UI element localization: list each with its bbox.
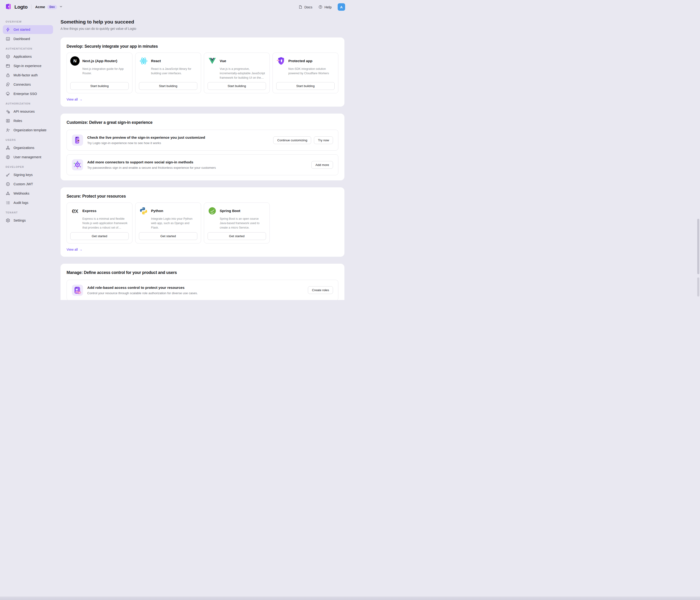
sidebar-section-authentication: AUTHENTICATION xyxy=(3,47,53,50)
sidebar-item-label: Organizations xyxy=(14,146,34,150)
sidebar-item-roles[interactable]: Roles xyxy=(3,116,53,125)
logto-logo-icon xyxy=(5,3,12,11)
sidebar-item-settings[interactable]: Settings xyxy=(3,216,53,225)
seal-plus-icon xyxy=(6,182,10,186)
guide-card-description: React is a JavaScript library for buildi… xyxy=(151,67,197,80)
guide-card-description: Next.js integration guide for App Router… xyxy=(82,67,129,80)
sidebar-item-webhooks[interactable]: Webhooks xyxy=(3,189,53,198)
rbac-row: Add role-based access control to protect… xyxy=(67,280,339,300)
page-subtitle: A few things you can do to quickly get v… xyxy=(60,27,344,30)
add-connectors-title: Add more connectors to support more soci… xyxy=(87,160,307,164)
sidebar-item-label: Audit logs xyxy=(14,201,28,205)
start-building-button[interactable]: Start building xyxy=(70,82,129,90)
section-secure: Secure: Protect your resources ex Expres… xyxy=(60,188,344,256)
develop-view-all-link[interactable]: View all → xyxy=(67,98,82,101)
nextjs-icon: N xyxy=(70,56,80,66)
start-building-button[interactable]: Start building xyxy=(276,82,335,90)
sidebar-item-user-management[interactable]: User management xyxy=(3,153,53,161)
guide-card-spring-boot: Spring Boot Spring Boot is an open sourc… xyxy=(204,202,270,243)
sidebar-item-signing-keys[interactable]: Signing keys xyxy=(3,170,53,179)
sidebar-item-label: Enterprise SSO xyxy=(14,92,37,96)
view-all-label: View all xyxy=(67,98,78,101)
rbac-title: Add role-based access control to protect… xyxy=(87,285,304,290)
get-started-button[interactable]: Get started xyxy=(139,232,197,240)
sidebar-item-custom-jwt[interactable]: Custom JWT xyxy=(3,180,53,189)
gear-icon xyxy=(6,218,10,223)
guide-card-title: Vue xyxy=(220,59,226,63)
create-roles-button[interactable]: Create roles xyxy=(308,286,333,294)
logto-logo[interactable]: Logto xyxy=(5,3,27,11)
help-button[interactable]: Help xyxy=(318,5,332,9)
org-chart-icon xyxy=(6,146,10,150)
sidebar-item-api-resources[interactable]: API resources xyxy=(3,107,53,116)
document-icon xyxy=(298,5,302,9)
webhook-icon xyxy=(6,191,10,196)
help-circle-icon xyxy=(318,5,323,9)
rbac-subtitle: Control your resource through scalable r… xyxy=(87,292,304,295)
user-avatar[interactable]: A xyxy=(338,3,345,11)
sidebar-item-applications[interactable]: Applications xyxy=(3,52,53,61)
arrow-right-icon: → xyxy=(79,98,82,101)
sidebar-item-label: Multi-factor auth xyxy=(14,73,38,77)
python-icon xyxy=(139,206,148,216)
shield-arrow-icon xyxy=(276,56,285,66)
sidebar-item-label: Settings xyxy=(14,219,26,222)
guide-card-title: React xyxy=(151,59,161,63)
add-more-button[interactable]: Add more xyxy=(311,161,333,169)
sidebar-item-label: User management xyxy=(14,155,41,159)
start-building-button[interactable]: Start building xyxy=(139,82,197,90)
sidebar-section-overview: OVERVIEW xyxy=(3,20,53,23)
phone-preview-icon xyxy=(72,134,83,146)
sidebar-item-organization-template[interactable]: Organization template xyxy=(3,126,53,134)
sidebar-section-developer: DEVELOPER xyxy=(3,165,53,169)
sidebar-item-label: Signing keys xyxy=(14,173,32,177)
page-title: Something to help you succeed xyxy=(60,19,344,25)
cloud-key-icon xyxy=(6,92,10,96)
continue-customizing-button[interactable]: Continue customizing xyxy=(273,136,311,144)
sidebar-item-label: Connectors xyxy=(14,83,31,86)
guide-card-title: Next.js (App Router) xyxy=(82,59,117,63)
list-icon xyxy=(6,200,10,205)
browser-window-icon xyxy=(6,64,10,68)
live-preview-subtitle: Try Logto sign-in experience now to see … xyxy=(87,141,269,145)
express-icon: ex xyxy=(70,206,80,216)
rbac-user-gear-icon xyxy=(72,285,83,296)
guide-card-title: Spring Boot xyxy=(220,209,241,213)
sidebar-item-sign-in-experience[interactable]: Sign-in experience xyxy=(3,61,53,70)
guide-card-react: React React is a JavaScript library for … xyxy=(135,53,201,93)
sidebar-item-organizations[interactable]: Organizations xyxy=(3,143,53,152)
guide-card-python: Python Integrate Logto into your Python … xyxy=(135,202,201,243)
add-connectors-row: Add more connectors to support more soci… xyxy=(67,154,339,175)
cloud-stack-icon xyxy=(6,109,10,114)
sidebar-item-connectors[interactable]: Connectors xyxy=(3,80,53,89)
docs-button[interactable]: Docs xyxy=(298,5,312,9)
topbar: Logto Acme Dev Docs Help A xyxy=(0,0,350,14)
tenant-selector[interactable]: Acme Dev xyxy=(35,5,63,9)
main-content: Something to help you succeed A few thin… xyxy=(56,14,350,300)
guide-card-description: Spring Boot is an open source Java-based… xyxy=(220,217,266,230)
sidebar-item-multi-factor-auth[interactable]: Multi-factor auth xyxy=(3,71,53,80)
sidebar-item-label: Sign-in experience xyxy=(14,64,42,68)
guide-card-express: ex Express Express is a minimal and flex… xyxy=(67,202,132,243)
tenant-env-badge: Dev xyxy=(47,5,57,9)
sidebar-item-label: Custom JWT xyxy=(14,182,33,186)
secure-view-all-link[interactable]: View all → xyxy=(67,248,82,251)
topbar-divider xyxy=(31,4,31,9)
cube-icon xyxy=(6,54,10,59)
start-building-button[interactable]: Start building xyxy=(207,82,266,90)
get-started-button[interactable]: Get started xyxy=(207,232,266,240)
sidebar-item-audit-logs[interactable]: Audit logs xyxy=(3,198,53,207)
dashboard-icon xyxy=(6,36,10,41)
get-started-button[interactable]: Get started xyxy=(70,232,129,240)
sidebar-item-get-started[interactable]: Get started xyxy=(3,25,53,34)
sidebar-item-label: Dashboard xyxy=(14,37,30,41)
sidebar-item-dashboard[interactable]: Dashboard xyxy=(3,34,53,43)
live-preview-row: Check the live preview of the sign-in ex… xyxy=(67,130,339,151)
sidebar-item-enterprise-sso[interactable]: Enterprise SSO xyxy=(3,90,53,98)
try-now-button[interactable]: Try now xyxy=(314,136,333,144)
bolt-icon xyxy=(6,27,10,32)
user-check-icon xyxy=(6,128,10,132)
section-customize: Customize: Deliver a great sign-in exper… xyxy=(60,114,344,180)
section-develop: Develop: Securely integrate your app in … xyxy=(60,38,344,107)
sidebar-item-label: API resources xyxy=(14,109,35,113)
